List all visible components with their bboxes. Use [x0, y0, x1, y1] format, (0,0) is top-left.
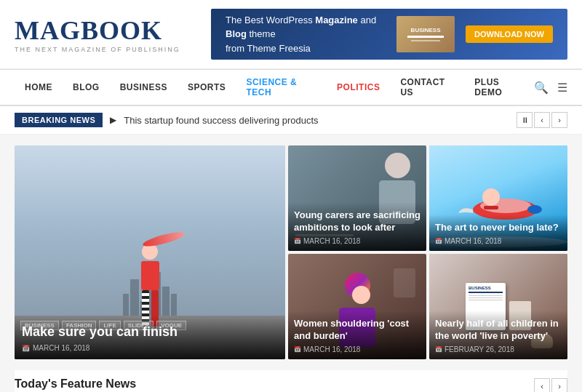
logo-subtitle: THE NEXT MAGAZINE OF PUBLISHING	[15, 46, 180, 53]
svg-rect-3	[484, 206, 498, 209]
card4-date: 📅 FEBRUARY 26, 2018	[435, 345, 562, 353]
nav-links: HOME BLOG BUSINESS SPORTS SCIENCE & TECH…	[15, 70, 534, 105]
ad-text: The Best WordPress Magazine and Blog the…	[226, 13, 386, 56]
feature-nav: ‹ ›	[534, 378, 567, 392]
breaking-pause-button[interactable]: ⏸	[517, 112, 533, 128]
logo-area: MAGBOOK THE NEXT MAGAZINE OF PUBLISHING	[15, 15, 180, 53]
breaking-controls: ⏸ ‹ ›	[517, 112, 567, 128]
card3-calendar-icon: 📅	[294, 346, 301, 353]
breaking-badge: Breaking News	[15, 113, 103, 127]
nav-sports[interactable]: SPORTS	[178, 75, 236, 100]
feature-news-section: Today's Feature News ‹ ›	[15, 370, 567, 392]
featured-card-women[interactable]: Women shouldering 'cost and burden' 📅 MA…	[288, 254, 426, 359]
featured-grid: BUSINESS FASHION LIFE SLIDER VOGUE Make …	[15, 145, 567, 359]
nav-politics[interactable]: POLITICS	[327, 75, 390, 100]
featured-main-title: Make sure you can finish	[22, 324, 278, 340]
card3-date: 📅 MARCH 16, 2018	[294, 345, 420, 353]
card2-calendar-icon: 📅	[435, 238, 442, 244]
download-button[interactable]: DOWNLOAD NOW	[466, 25, 553, 43]
nav-contact[interactable]: CONTACT US	[390, 70, 464, 105]
nav-business[interactable]: BUSINESS	[110, 75, 178, 100]
menu-icon[interactable]: ☰	[557, 81, 567, 95]
breaking-prev-button[interactable]: ‹	[534, 112, 550, 128]
header-ad-banner[interactable]: The Best WordPress Magazine and Blog the…	[211, 9, 567, 60]
header: MAGBOOK THE NEXT MAGAZINE OF PUBLISHING …	[0, 0, 582, 69]
main-nav: HOME BLOG BUSINESS SPORTS SCIENCE & TECH…	[0, 69, 582, 106]
featured-card-children[interactable]: BUSINESS Nearly half of all children in …	[429, 254, 567, 359]
ad-image: BUSINESS	[396, 16, 455, 52]
nav-plus-demo[interactable]: PLUS DEMO	[464, 70, 534, 105]
card1-overlay: Young carers are sacrificing ambitions t…	[288, 202, 426, 251]
card2-date: 📅 MARCH 16, 2018	[435, 237, 562, 245]
card2-overlay: The art to never being late? 📅 MARCH 16,…	[429, 215, 567, 251]
breaking-arrow-icon: ▶	[110, 115, 116, 125]
card3-title: Women shouldering 'cost and burden'	[294, 318, 420, 343]
main-content: BUSINESS FASHION LIFE SLIDER VOGUE Make …	[0, 135, 582, 392]
breaking-text: This startup found success delivering pr…	[124, 115, 509, 126]
card1-date: 📅 MARCH 16, 2018	[294, 237, 420, 245]
featured-main-overlay: Make sure you can finish 📅 MARCH 16, 201…	[15, 315, 285, 359]
card1-title: Young carers are sacrificing ambitions t…	[294, 209, 420, 234]
nav-icons: 🔍 ☰	[534, 81, 567, 95]
card3-overlay: Women shouldering 'cost and burden' 📅 MA…	[288, 311, 426, 359]
nav-home[interactable]: HOME	[15, 75, 63, 100]
card2-title: The art to never being late?	[435, 222, 562, 234]
feature-prev-button[interactable]: ‹	[534, 378, 550, 392]
feature-next-button[interactable]: ›	[551, 378, 567, 392]
featured-main-date: 📅 MARCH 16, 2018	[22, 344, 278, 352]
logo[interactable]: MAGBOOK	[15, 15, 180, 46]
featured-card-young-carers[interactable]: Young carers are sacrificing ambitions t…	[288, 145, 426, 251]
breaking-next-button[interactable]: ›	[551, 112, 567, 128]
card1-calendar-icon: 📅	[294, 238, 301, 244]
featured-card-art[interactable]: The art to never being late? 📅 MARCH 16,…	[429, 145, 567, 251]
featured-main-card[interactable]: BUSINESS FASHION LIFE SLIDER VOGUE Make …	[15, 145, 285, 359]
feature-section-title: Today's Feature News	[15, 377, 136, 392]
breaking-news-bar: Breaking News ▶ This startup found succe…	[0, 106, 582, 135]
card4-overlay: Nearly half of all children in the world…	[429, 311, 567, 359]
search-icon[interactable]: 🔍	[534, 81, 549, 95]
calendar-icon: 📅	[22, 345, 30, 352]
card4-calendar-icon: 📅	[435, 346, 442, 353]
svg-point-2	[482, 188, 500, 206]
nav-science-tech[interactable]: SCIENCE & TECH	[236, 70, 327, 105]
nav-blog[interactable]: BLOG	[63, 75, 110, 100]
card4-title: Nearly half of all children in the world…	[435, 318, 562, 343]
feature-header: Today's Feature News ‹ ›	[15, 377, 567, 392]
svg-point-4	[527, 205, 542, 214]
